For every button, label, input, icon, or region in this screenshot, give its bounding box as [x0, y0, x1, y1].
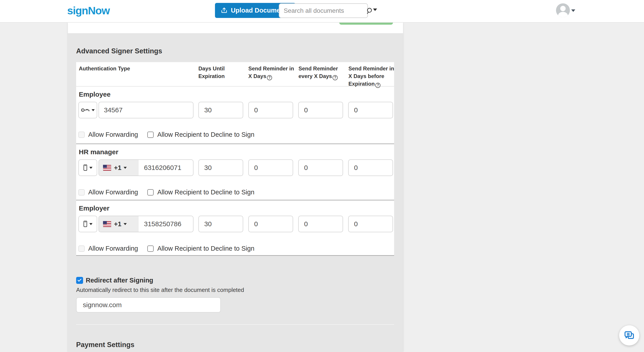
allow-forwarding-label: Allow Forwarding [88, 245, 138, 252]
content-column: Advanced Signer Settings Authentication … [68, 23, 403, 352]
search-icon[interactable] [366, 7, 374, 15]
avatar-person-icon [560, 6, 566, 11]
section-divider [76, 324, 394, 325]
check-icon [78, 278, 82, 282]
redirect-url-input[interactable] [76, 297, 221, 312]
phone-number-input-group: +1 [98, 159, 194, 176]
help-icon[interactable]: ? [267, 75, 272, 80]
send-reminder-every-input[interactable] [298, 159, 343, 176]
allow-decline-checkbox[interactable] [147, 246, 154, 252]
avatar[interactable] [556, 3, 570, 17]
auth-type-dropdown[interactable] [78, 159, 97, 176]
auth-type-dropdown[interactable] [78, 102, 97, 118]
signer-section-employee: Employee [76, 87, 394, 144]
search-options-caret-icon[interactable] [373, 9, 377, 11]
signer-input-row: +1 [78, 159, 393, 176]
column-send-reminder-in-x-days: Send Reminder in X Days? [248, 65, 296, 80]
column-days-until-expiration: Days Until Expiration [198, 65, 246, 80]
help-icon[interactable]: ? [332, 75, 338, 80]
send-reminder-in-input[interactable] [248, 102, 293, 118]
us-flag-icon [103, 221, 111, 227]
settings-panel: Advanced Signer Settings Authentication … [68, 33, 403, 352]
advanced-signer-settings-title: Advanced Signer Settings [76, 47, 162, 55]
key-icon [81, 107, 90, 113]
days-until-expiration-input[interactable] [198, 102, 243, 118]
allow-decline-label: Allow Recipient to Decline to Sign [157, 131, 254, 138]
signer-name: HR manager [79, 148, 118, 156]
signer-checkbox-row: Allow Forwarding Allow Recipient to Decl… [78, 189, 254, 196]
send-reminder-every-input[interactable] [298, 102, 343, 118]
column-authentication-type: Authentication Type [79, 65, 168, 72]
country-code: +1 [114, 220, 121, 228]
search-input[interactable] [279, 7, 366, 14]
send-reminder-before-input[interactable] [348, 159, 393, 176]
allow-decline-checkbox[interactable] [147, 132, 154, 138]
search-box [279, 3, 368, 18]
top-header: signNow Upload Documents [0, 0, 644, 23]
redirect-after-signing-section: Redirect after Signing Automatically red… [76, 276, 255, 312]
payment-settings-title: Payment Settings [76, 341, 134, 349]
signer-name: Employee [79, 91, 110, 98]
phone-number-input[interactable] [138, 160, 194, 175]
caret-down-icon [89, 223, 92, 225]
upload-icon [220, 7, 228, 14]
us-flag-icon [103, 165, 111, 171]
caret-down-icon [92, 109, 95, 111]
country-code-dropdown[interactable]: +1 [99, 160, 138, 175]
column-send-reminder-every-x-days: Send Reminder every X Days? [298, 65, 347, 80]
signer-settings-table: Authentication Type Days Until Expiratio… [76, 62, 394, 256]
signer-checkbox-row: Allow Forwarding Allow Recipient to Decl… [78, 245, 254, 252]
table-header-row: Authentication Type Days Until Expiratio… [76, 62, 394, 87]
phone-number-input[interactable] [138, 216, 194, 232]
allow-forwarding-checkbox[interactable] [78, 246, 85, 252]
days-until-expiration-input[interactable] [198, 159, 243, 176]
password-value-input[interactable] [98, 102, 194, 118]
allow-forwarding-checkbox[interactable] [78, 189, 85, 196]
auth-type-dropdown[interactable] [78, 216, 97, 232]
caret-down-icon [124, 223, 127, 225]
allow-forwarding-label: Allow Forwarding [88, 189, 138, 196]
account-menu-caret-icon[interactable] [571, 10, 575, 12]
chat-icon [624, 330, 634, 341]
caret-down-icon [89, 167, 92, 169]
send-reminder-before-input[interactable] [348, 102, 393, 118]
send-reminder-before-input[interactable] [348, 216, 393, 232]
send-reminder-every-input[interactable] [298, 216, 343, 232]
allow-decline-checkbox[interactable] [147, 189, 154, 196]
signer-input-row [78, 102, 393, 118]
phone-icon [83, 164, 88, 171]
allow-decline-label: Allow Recipient to Decline to Sign [157, 245, 254, 252]
signer-section-hr-manager: HR manager +1 [76, 144, 394, 201]
days-until-expiration-input[interactable] [198, 216, 243, 232]
caret-down-icon [124, 167, 127, 169]
send-reminder-in-input[interactable] [248, 159, 293, 176]
signnow-logo[interactable]: signNow [67, 5, 110, 17]
redirect-after-signing-checkbox[interactable] [76, 277, 83, 284]
phone-number-input-group: +1 [98, 216, 194, 232]
signer-input-row: +1 [78, 216, 393, 232]
phone-icon [83, 220, 88, 228]
signer-section-employer: Employer +1 [76, 201, 394, 256]
allow-forwarding-checkbox[interactable] [78, 132, 85, 138]
column-send-reminder-before-expiration: Send Reminder in X Days before Expiratio… [348, 65, 396, 88]
send-reminder-in-input[interactable] [248, 216, 293, 232]
live-chat-button[interactable] [619, 325, 639, 345]
country-code: +1 [114, 164, 121, 171]
signer-checkbox-row: Allow Forwarding Allow Recipient to Decl… [78, 131, 254, 138]
allow-decline-label: Allow Recipient to Decline to Sign [157, 189, 254, 196]
signer-name: Employer [79, 205, 110, 212]
country-code-dropdown[interactable]: +1 [99, 216, 138, 232]
redirect-description: Automatically redirect to this site afte… [76, 287, 255, 293]
save-button[interactable] [339, 23, 393, 25]
allow-forwarding-label: Allow Forwarding [88, 131, 138, 138]
redirect-after-signing-label: Redirect after Signing [86, 277, 153, 284]
